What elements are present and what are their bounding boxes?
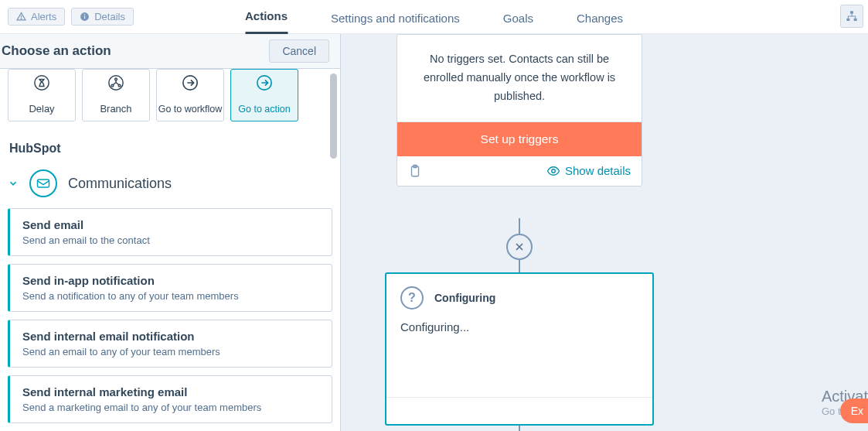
tab-changes[interactable]: Changes — [577, 12, 623, 34]
setup-triggers-button[interactable]: Set up triggers — [397, 122, 642, 156]
option-desc: Send an email to the contact — [22, 234, 319, 246]
envelope-circle-icon — [29, 169, 57, 197]
section-hubspot: HubSpot — [9, 142, 332, 156]
top-bar: Alerts Details Actions Settings and noti… — [0, 0, 868, 34]
tabs: Actions Settings and notifications Goals… — [245, 0, 623, 34]
eye-icon — [546, 164, 560, 178]
sidebar-header: Choose an action Cancel — [0, 34, 340, 69]
configuring-title: Configuring — [434, 292, 495, 304]
configuring-header: ? Configuring — [386, 274, 652, 313]
sidebar-title: Choose an action — [2, 43, 111, 59]
option-desc: Send a marketing email to any of your te… — [22, 402, 319, 413]
trigger-footer: Show details — [397, 156, 642, 186]
svg-point-10 — [115, 78, 117, 80]
arrow-right-circle-icon — [182, 74, 199, 91]
configuring-card[interactable]: ? Configuring Configuring... — [385, 272, 654, 426]
svg-rect-3 — [84, 15, 85, 19]
configuring-body: Configuring... — [386, 313, 652, 341]
arrow-right-circle-icon — [256, 74, 273, 91]
action-card-delay[interactable]: Delay — [8, 69, 76, 121]
action-card-branch[interactable]: Branch — [82, 69, 150, 121]
hourglass-icon — [33, 74, 50, 91]
option-title: Send in-app notification — [22, 274, 319, 287]
option-title: Send email — [22, 218, 319, 231]
svg-point-18 — [552, 169, 556, 173]
svg-point-4 — [84, 14, 85, 15]
show-details-link[interactable]: Show details — [546, 164, 631, 178]
alerts-label: Alerts — [31, 11, 56, 22]
question-icon: ? — [400, 286, 424, 310]
svg-rect-7 — [854, 19, 857, 21]
connector-line — [519, 426, 520, 431]
details-button[interactable]: Details — [71, 8, 134, 26]
configuring-divider — [386, 397, 652, 398]
tab-actions[interactable]: Actions — [245, 9, 288, 34]
svg-point-1 — [21, 19, 22, 19]
option-title: Send internal marketing email — [22, 385, 319, 399]
tab-settings[interactable]: Settings and notifications — [331, 12, 460, 34]
cancel-button[interactable]: Cancel — [269, 39, 329, 63]
warning-icon — [16, 12, 26, 22]
close-icon — [513, 241, 526, 253]
option-title: Send internal email notification — [22, 330, 319, 343]
option-desc: Send an email to any of your team member… — [22, 346, 319, 357]
connector-line — [519, 260, 520, 272]
chevron-down-icon — [8, 178, 19, 189]
svg-rect-15 — [38, 180, 49, 187]
details-label: Details — [94, 11, 125, 22]
option-internal-email[interactable]: Send internal email notification Send an… — [8, 320, 332, 368]
trigger-text: No triggers set. Contacts can still be e… — [397, 35, 642, 122]
svg-rect-6 — [846, 19, 849, 21]
svg-point-8 — [35, 76, 49, 90]
card-label: Go to action — [238, 104, 290, 115]
alerts-button[interactable]: Alerts — [8, 8, 65, 26]
action-card-row: Delay Branch Go to workflow Go to action — [8, 69, 332, 121]
svg-rect-5 — [850, 11, 853, 13]
action-card-goto-workflow[interactable]: Go to workflow — [156, 69, 224, 121]
option-desc: Send a notification to any of your team … — [22, 290, 319, 302]
info-icon — [80, 12, 90, 22]
card-label: Branch — [100, 103, 131, 115]
topbar-left: Alerts Details — [0, 8, 134, 26]
scrollbar-thumb[interactable] — [330, 74, 337, 159]
sidebar-body: Delay Branch Go to workflow Go to action… — [0, 69, 340, 431]
option-send-inapp[interactable]: Send in-app notification Send a notifica… — [8, 264, 332, 312]
group-title: Communications — [68, 176, 172, 192]
show-details-label: Show details — [565, 164, 631, 177]
tab-goals[interactable]: Goals — [503, 12, 533, 34]
action-card-goto-action[interactable]: Go to action — [230, 69, 298, 121]
workflow-canvas[interactable]: No triggers set. Contacts can still be e… — [341, 34, 868, 431]
org-chart-button[interactable] — [840, 5, 863, 28]
option-internal-marketing[interactable]: Send internal marketing email Send a mar… — [8, 375, 332, 423]
group-communications[interactable]: Communications — [8, 169, 332, 197]
ex-badge[interactable]: Ex — [840, 399, 868, 423]
option-send-email[interactable]: Send email Send an email to the contact — [8, 208, 332, 256]
remove-node-button[interactable] — [506, 234, 533, 260]
org-chart-icon — [846, 10, 858, 22]
clipboard-icon[interactable] — [408, 164, 422, 178]
action-sidebar: Choose an action Cancel Delay Branch Go … — [0, 34, 341, 431]
card-label: Delay — [29, 103, 54, 115]
branch-icon — [107, 74, 124, 91]
connector-line — [519, 218, 520, 235]
trigger-card: No triggers set. Contacts can still be e… — [397, 34, 642, 186]
card-label: Go to workflow — [158, 104, 223, 115]
scrollbar-track — [328, 69, 339, 431]
option-list: Send email Send an email to the contact … — [8, 208, 332, 423]
